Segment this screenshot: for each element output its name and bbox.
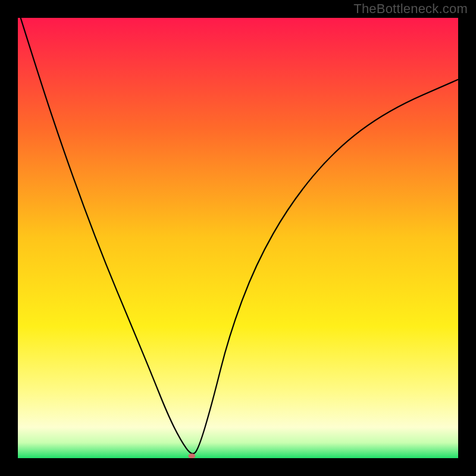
optimal-point-marker	[188, 453, 195, 458]
bottleneck-chart	[18, 18, 458, 458]
watermark-text: TheBottleneck.com	[353, 1, 468, 17]
chart-frame: TheBottleneck.com	[0, 0, 476, 476]
chart-background	[18, 18, 458, 458]
